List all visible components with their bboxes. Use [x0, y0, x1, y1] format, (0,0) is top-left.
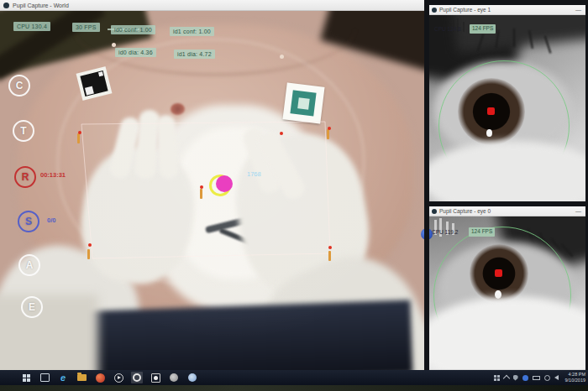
blue-ball-icon — [188, 373, 197, 382]
record-button[interactable]: R — [14, 166, 36, 188]
tray-network-icon[interactable] — [544, 375, 550, 381]
pupil-capture-taskbar-button[interactable] — [150, 372, 161, 383]
app-icon — [3, 3, 9, 8]
pupil-capture-world-window: Pupil Capture - World — [0, 0, 424, 370]
app-icon — [432, 209, 437, 214]
clock-date: 9/10/2019 — [565, 378, 585, 383]
id1-conf-chip: id1 conf: 1.00 — [170, 27, 214, 36]
tray-shield-icon[interactable] — [513, 375, 518, 381]
windows-logo-icon — [23, 374, 30, 382]
surface-corner-dot — [328, 246, 332, 249]
edge-icon: e — [60, 373, 66, 383]
windows-taskbar: e — [0, 370, 588, 385]
cpu-graph-bar — [463, 22, 465, 32]
minimize-icon[interactable]: — — [575, 7, 581, 13]
fps-chip: 30 FPS — [72, 23, 100, 32]
surface-corner-dot — [88, 243, 92, 247]
minimize-icon[interactable]: — — [575, 208, 581, 214]
id0-conf-chip: id0 conf: 1.00 — [111, 25, 155, 34]
browser-ball-icon — [96, 373, 105, 383]
world-window-title: Pupil Capture - World — [13, 3, 69, 8]
eye1-cpu-label: CPU 124.8 — [434, 26, 461, 32]
desktop-gap — [424, 0, 588, 5]
start-button[interactable] — [20, 372, 32, 383]
pupil-capture-taskbar-button-active[interactable] — [131, 372, 143, 383]
surface-corner-dot — [280, 132, 283, 135]
media-player-button[interactable] — [113, 372, 124, 383]
lower-eyelid — [429, 296, 585, 369]
tray-battery-icon[interactable] — [533, 376, 540, 380]
task-view-button[interactable] — [39, 372, 50, 383]
cpu-chip: CPU 130.4 — [13, 22, 50, 31]
desktop-gap — [424, 201, 588, 206]
desktop-gap — [424, 0, 429, 370]
test-button[interactable]: T — [13, 120, 34, 142]
surface-corner-dot — [200, 185, 203, 189]
stream-button[interactable]: S — [18, 211, 39, 232]
tray-bluetooth-icon[interactable] — [522, 375, 528, 381]
record-time: 00:13:31 — [40, 171, 66, 179]
tray-caret-icon[interactable] — [502, 375, 509, 382]
folder-icon — [77, 374, 87, 381]
a-button[interactable]: A — [18, 254, 40, 276]
taskbar-clock[interactable]: 4:28 PM 9/10/2019 — [565, 372, 585, 383]
surface-corner-dot — [78, 131, 81, 134]
surface-corner-tick — [87, 249, 90, 259]
surface-corner-tick — [327, 129, 329, 139]
surface-quad — [81, 122, 330, 258]
clock-time: 4:28 PM — [565, 372, 585, 378]
eyelash — [513, 29, 515, 47]
lower-eyelid — [429, 141, 585, 201]
tray-volume-icon[interactable] — [554, 375, 559, 380]
eye0-window-title: Pupil Capture - eye 0 — [439, 208, 491, 214]
browser-app-button[interactable] — [94, 372, 106, 383]
pupil-capture-eye1-window: Pupil Capture - eye 1 — CPU 124.8 124 FP… — [429, 5, 585, 201]
world-window-titlebar[interactable]: Pupil Capture - World — [0, 0, 424, 11]
task-view-icon — [40, 373, 50, 382]
eye1-fps-chip: 124 FPS — [470, 24, 496, 34]
surface-corner-tick — [77, 133, 80, 143]
id0-dia-chip: id0 dia: 4.36 — [115, 48, 156, 57]
stream-count: 0/0 — [47, 216, 55, 224]
system-tray: 4:28 PM 9/10/2019 — [494, 370, 585, 385]
eye0-titlebar[interactable]: Pupil Capture - eye 0 — — [429, 206, 585, 216]
e-button[interactable]: E — [21, 296, 43, 318]
calibrate-button[interactable]: C — [8, 75, 30, 96]
eye0-fps-chip: 124 FPS — [469, 227, 495, 237]
eye1-camera-feed: CPU 124.8 124 FPS — [429, 15, 585, 201]
app-button-gray[interactable] — [168, 372, 180, 383]
monitor-screen: Pupil Capture - World — [0, 0, 588, 391]
gaze-point-dot — [216, 175, 233, 192]
surface-corner-tick — [200, 189, 202, 199]
file-explorer-button[interactable] — [76, 372, 87, 383]
edge-browser-button[interactable]: e — [57, 372, 69, 383]
app-icon — [432, 8, 437, 13]
surface-corner-tick — [328, 251, 331, 261]
play-icon — [114, 373, 123, 383]
gaze-marker-label: 1768 — [247, 170, 261, 178]
id1-dia-chip: id1 dia: 4.72 — [174, 50, 215, 59]
pupil-capture-eye0-window: Pupil Capture - eye 0 — CPU 119.2 124 FP… — [429, 206, 585, 370]
surface-corner-dot — [328, 127, 331, 130]
app-button-blue[interactable] — [186, 372, 198, 383]
tray-grid-icon[interactable] — [494, 375, 500, 381]
eye1-window-title: Pupil Capture - eye 1 — [439, 7, 491, 13]
gray-ball-icon — [170, 373, 178, 382]
eye1-titlebar[interactable]: Pupil Capture - eye 1 — — [429, 5, 585, 15]
eye0-camera-feed: CPU 119.2 124 FPS — [429, 216, 585, 369]
eye0-cpu-label: CPU 119.2 — [432, 229, 458, 235]
monitor-bezel — [0, 385, 588, 391]
taskbar-app-icons: e — [20, 370, 198, 385]
window-circle-icon — [151, 373, 160, 383]
world-camera-feed: CPU 130.4 30 FPS id0 conf: 1.00 id1 conf… — [0, 11, 424, 370]
camera-lens-icon — [133, 373, 141, 382]
